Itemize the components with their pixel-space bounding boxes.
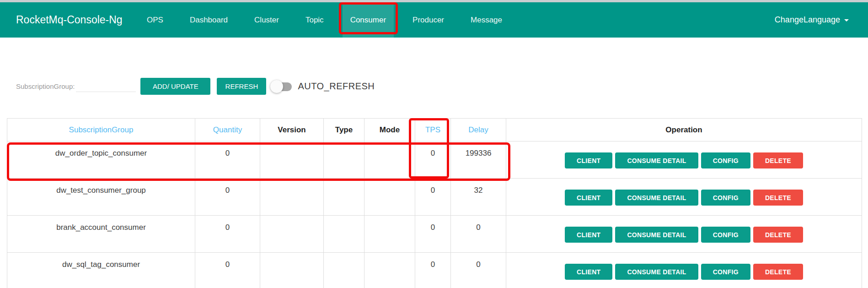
config-button[interactable]: CONFIG [701, 264, 750, 280]
cell-subscription-group: dw_sql_tag_consumer [7, 253, 195, 288]
cell-type [324, 179, 364, 216]
cell-tps: 0 [415, 179, 451, 216]
cell-tps: 0 [415, 216, 451, 253]
delete-button[interactable]: DELETE [753, 190, 803, 206]
table-row: brank_account_consumer 0 0 0 CLIENT CONS… [7, 216, 862, 253]
cell-tps: 0 [415, 141, 451, 179]
toolbar: SubscriptionGroup: ADD/ UPDATE REFRESH A… [16, 78, 868, 95]
add-update-button[interactable]: ADD/ UPDATE [140, 78, 210, 95]
consume-detail-button[interactable]: CONSUME DETAIL [615, 264, 698, 280]
cell-tps: 0 [415, 253, 451, 288]
auto-refresh-toggle[interactable] [270, 80, 292, 93]
app-brand[interactable]: RocketMq-Console-Ng [16, 14, 115, 26]
caret-down-icon [844, 19, 849, 22]
nav-item-message[interactable]: Message [463, 2, 510, 38]
cell-version [260, 253, 324, 288]
cell-subscription-group: dw_test_consumer_group [7, 179, 195, 216]
cell-version [260, 141, 324, 179]
delete-button[interactable]: DELETE [753, 152, 803, 168]
cell-type [324, 216, 364, 253]
consume-detail-button[interactable]: CONSUME DETAIL [615, 190, 698, 206]
main-nav: OPS Dashboard Cluster Topic Consumer Pro… [134, 2, 515, 38]
cell-delay: 199336 [451, 141, 506, 179]
nav-item-consumer[interactable]: Consumer [343, 2, 394, 38]
delete-button[interactable]: DELETE [753, 264, 803, 280]
change-language-menu[interactable]: ChangeLanguage [775, 15, 849, 25]
cell-mode [364, 141, 415, 179]
cell-delay: 0 [451, 216, 506, 253]
cell-version [260, 216, 324, 253]
navbar: RocketMq-Console-Ng OPS Dashboard Cluste… [0, 2, 868, 38]
cell-mode [364, 253, 415, 288]
column-header-version: Version [260, 119, 324, 141]
table-row: dw_sql_tag_consumer 0 0 0 CLIENT CONSUME… [7, 253, 862, 288]
cell-quantity: 0 [195, 141, 260, 179]
nav-item-dashboard[interactable]: Dashboard [182, 2, 236, 38]
cell-operation: CLIENT CONSUME DETAIL CONFIG DELETE [506, 179, 862, 216]
cell-quantity: 0 [195, 253, 260, 288]
client-button[interactable]: CLIENT [565, 190, 612, 206]
config-button[interactable]: CONFIG [701, 190, 750, 206]
column-header-quantity[interactable]: Quantity [195, 119, 260, 141]
cell-type [324, 141, 364, 179]
consumer-table: SubscriptionGroup Quantity Version Type … [7, 118, 862, 288]
cell-version [260, 179, 324, 216]
cell-mode [364, 216, 415, 253]
cell-quantity: 0 [195, 179, 260, 216]
config-button[interactable]: CONFIG [701, 152, 750, 168]
cell-mode [364, 179, 415, 216]
cell-type [324, 253, 364, 288]
nav-item-consumer-label: Consumer [350, 16, 386, 25]
nav-item-producer[interactable]: Producer [405, 2, 452, 38]
consumer-table-wrap: SubscriptionGroup Quantity Version Type … [7, 118, 862, 288]
auto-refresh-label: AUTO_REFRESH [298, 81, 375, 92]
client-button[interactable]: CLIENT [565, 264, 612, 280]
nav-item-topic[interactable]: Topic [298, 2, 332, 38]
toggle-thumb [270, 80, 283, 93]
config-button[interactable]: CONFIG [701, 227, 750, 243]
client-button[interactable]: CLIENT [565, 227, 612, 243]
subscription-group-label: SubscriptionGroup: [16, 82, 75, 90]
cell-quantity: 0 [195, 216, 260, 253]
cell-subscription-group: dw_order_topic_consumer [7, 141, 195, 179]
consume-detail-button[interactable]: CONSUME DETAIL [615, 227, 698, 243]
table-header-row: SubscriptionGroup Quantity Version Type … [7, 119, 862, 141]
cell-delay: 0 [451, 253, 506, 288]
change-language-label: ChangeLanguage [775, 15, 840, 25]
cell-delay: 32 [451, 179, 506, 216]
table-row: dw_test_consumer_group 0 0 32 CLIENT CON… [7, 179, 862, 216]
column-header-subscription-group[interactable]: SubscriptionGroup [7, 119, 195, 141]
subscription-group-input[interactable] [76, 81, 136, 92]
delete-button[interactable]: DELETE [753, 227, 803, 243]
column-header-mode: Mode [364, 119, 415, 141]
cell-operation: CLIENT CONSUME DETAIL CONFIG DELETE [506, 141, 862, 179]
refresh-button[interactable]: REFRESH [217, 78, 266, 95]
column-header-operation: Operation [506, 119, 862, 141]
nav-item-cluster[interactable]: Cluster [246, 2, 287, 38]
column-header-type: Type [324, 119, 364, 141]
nav-item-ops[interactable]: OPS [139, 2, 171, 38]
cell-subscription-group: brank_account_consumer [7, 216, 195, 253]
table-row: dw_order_topic_consumer 0 0 199336 CLIEN… [7, 141, 862, 179]
column-header-tps[interactable]: TPS [415, 119, 451, 141]
consume-detail-button[interactable]: CONSUME DETAIL [615, 152, 698, 168]
cell-operation: CLIENT CONSUME DETAIL CONFIG DELETE [506, 216, 862, 253]
client-button[interactable]: CLIENT [565, 152, 612, 168]
cell-operation: CLIENT CONSUME DETAIL CONFIG DELETE [506, 253, 862, 288]
column-header-delay[interactable]: Delay [451, 119, 506, 141]
